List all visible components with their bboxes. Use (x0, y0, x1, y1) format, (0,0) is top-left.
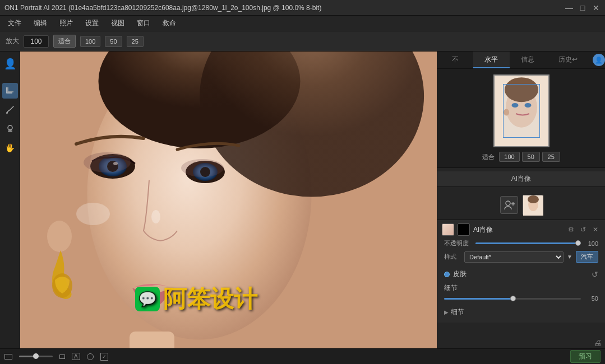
app-title: ON1 Portrait AI 2021 (01e4aa5bfd123ca801… (4, 4, 321, 12)
portrait-thumb-img (523, 195, 543, 216)
menu-help[interactable]: 救命 (157, 16, 182, 30)
opacity-row: 不透明度 100 (442, 239, 601, 248)
skin-slider[interactable] (444, 298, 581, 300)
canvas-area[interactable]: 💬 阿笨设计 (20, 52, 437, 348)
tab-info[interactable]: 信息 (510, 52, 546, 68)
svg-point-28 (506, 201, 510, 206)
svg-point-1 (8, 125, 12, 130)
filter-layer: AI肖像 ⚙ ↺ ✕ 不透明度 100 (437, 220, 605, 323)
style-row: 样式 Default* ▼ 汽车 (442, 251, 601, 263)
detail-collapse-label: 细节 (451, 307, 598, 317)
user-avatar[interactable]: 👤 (593, 54, 605, 66)
thumbnail-area: 适合 100 50 25 (437, 69, 605, 168)
svg-point-20 (84, 152, 131, 172)
panel-tabs: 不 水平 信息 历史↩ 👤 (437, 52, 605, 69)
panel-bottom-actions: 🖨 (594, 338, 602, 347)
small-rect-icon (59, 354, 65, 359)
portrait-svg (20, 52, 437, 348)
svg-rect-2 (8, 130, 12, 132)
menu-edit[interactable]: 编辑 (28, 16, 53, 30)
fit-label-thumb: 适合 (482, 153, 495, 161)
tab-horizontal[interactable]: 水平 (473, 52, 509, 68)
canvas-image (20, 52, 437, 348)
ai-header-label: AI肖像 (511, 174, 531, 184)
fit-25-button[interactable]: 25 (127, 36, 144, 47)
close-button[interactable]: ✕ (592, 3, 601, 12)
filter-mask (458, 223, 470, 236)
menu-bar: 文件 编辑 照片 设置 视图 窗口 救命 (0, 16, 605, 31)
toolbox: 👤 🖐 (0, 52, 20, 348)
svg-point-21 (181, 159, 224, 177)
fit-button[interactable]: 适合 (53, 35, 76, 48)
opacity-fill (475, 242, 581, 244)
user-icon-btn[interactable]: 👤 (2, 56, 18, 72)
style-label: 样式 (444, 253, 461, 261)
zoom-input[interactable] (24, 35, 49, 48)
svg-rect-16 (130, 332, 174, 348)
fit-100-button[interactable]: 100 (80, 36, 100, 47)
skin-indicator (444, 272, 450, 277)
thumbnail-face-selection (503, 84, 540, 138)
svg-point-14 (47, 221, 72, 252)
rect-outline-icon (4, 354, 12, 360)
menu-file[interactable]: 文件 (2, 16, 27, 30)
stamp-tool[interactable] (2, 121, 18, 137)
brush-icon (6, 105, 15, 114)
a-badge: A (72, 353, 80, 360)
menu-settings[interactable]: 设置 (80, 16, 104, 30)
panel-print-icon[interactable]: 🖨 (594, 338, 602, 347)
skin-undo[interactable]: ↺ (592, 270, 598, 279)
status-canvas-rect (4, 354, 12, 360)
style-dropdown-icon[interactable]: ▼ (567, 254, 572, 260)
minimize-button[interactable]: — (565, 3, 574, 12)
portrait-icons (437, 190, 605, 220)
stamp-icon (6, 124, 15, 133)
ai-section-header: AI肖像 (437, 171, 605, 187)
menu-window[interactable]: 窗口 (131, 16, 156, 30)
tab-no[interactable]: 不 (437, 52, 473, 68)
add-person-icon (504, 199, 515, 211)
title-bar: ON1 Portrait AI 2021 (01e4aa5bfd123ca801… (0, 0, 605, 16)
chevron-right-icon: ▶ (444, 309, 449, 315)
svg-point-18 (76, 203, 110, 225)
add-portrait-btn[interactable] (500, 196, 518, 214)
opacity-value: 100 (584, 240, 598, 247)
thumb-fit-100[interactable]: 100 (499, 152, 519, 162)
right-panel: 不 水平 信息 历史↩ 👤 (437, 52, 605, 348)
zoom-slider-track[interactable] (19, 356, 53, 357)
crop-icon (6, 86, 15, 95)
status-check: ✓ (100, 353, 108, 361)
status-canvas-small (59, 354, 65, 359)
style-select[interactable]: Default* (464, 251, 564, 263)
style-auto-btn[interactable]: 汽车 (576, 251, 598, 263)
fit-buttons: 适合 100 50 25 (482, 152, 560, 162)
crop-tool[interactable] (2, 83, 18, 99)
skin-thumb (510, 296, 516, 301)
maximize-button[interactable]: □ (578, 3, 587, 12)
thumb-fit-50[interactable]: 50 (522, 152, 540, 162)
menu-view[interactable]: 视图 (105, 16, 130, 30)
filter-row: AI肖像 ⚙ ↺ ✕ (442, 223, 601, 236)
fit-50-button[interactable]: 50 (105, 36, 122, 47)
menu-photo[interactable]: 照片 (54, 16, 78, 30)
detail-collapse-row[interactable]: ▶ 细节 (442, 305, 601, 319)
brush-tool[interactable] (2, 102, 18, 118)
opacity-slider[interactable] (475, 242, 581, 244)
toolbar: 放大 适合 100 50 25 (0, 31, 605, 52)
portrait-thumbnail[interactable] (523, 195, 543, 215)
filter-settings-btn[interactable]: ⚙ (566, 225, 576, 235)
circle-icon (87, 353, 94, 360)
detail-main-label: 细节 (444, 283, 598, 293)
filter-close-btn[interactable]: ✕ (590, 225, 601, 235)
thumb-fit-25[interactable]: 25 (542, 152, 560, 162)
opacity-label: 不透明度 (444, 239, 472, 248)
tab-history[interactable]: 历史↩ (546, 52, 590, 68)
filter-undo-btn[interactable]: ↺ (578, 225, 588, 235)
preview-button[interactable]: 预习 (570, 350, 601, 363)
svg-point-31 (528, 195, 539, 203)
svg-point-19 (151, 210, 160, 223)
filter-name-label: AI肖像 (473, 225, 562, 235)
hand-tool[interactable]: 🖐 (2, 140, 18, 156)
main-content: 👤 🖐 (0, 52, 605, 348)
window-controls: — □ ✕ (565, 3, 601, 12)
